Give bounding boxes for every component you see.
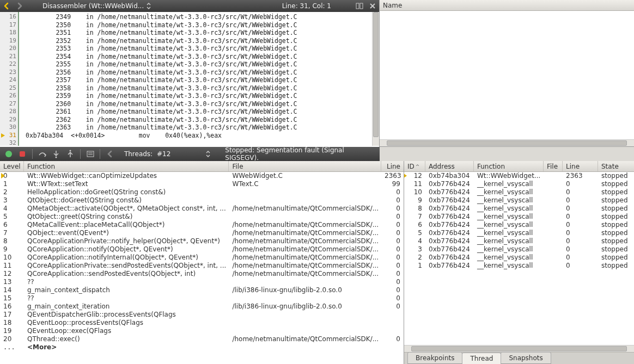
reverse-button[interactable] bbox=[105, 149, 115, 159]
stack-frame-row[interactable]: 12QCoreApplication::sendPostedEvents(QOb… bbox=[0, 270, 404, 278]
stack-frames-pane: Level Function File Line 0Wt::WWebWidget… bbox=[0, 161, 404, 364]
stack-frame-row[interactable]: 15??0 bbox=[0, 294, 404, 303]
thread-row[interactable]: 110xb776b424__kernel_vsyscall0stopped bbox=[404, 180, 634, 188]
frame-level: 10 bbox=[0, 254, 24, 262]
thread-function: __kernel_vsyscall bbox=[474, 254, 544, 262]
stack-frame-row[interactable]: 20QThread::exec()/home/netmanultimate/Qt… bbox=[0, 335, 404, 343]
thread-function: __kernel_vsyscall bbox=[474, 213, 544, 221]
header-function[interactable]: Function bbox=[477, 163, 505, 170]
stop-button[interactable] bbox=[17, 149, 28, 159]
stack-frame-row[interactable]: 2HelloApplication::doGreet(QString const… bbox=[0, 188, 404, 196]
frame-line: 0 bbox=[381, 278, 404, 286]
frame-level: 5 bbox=[0, 213, 24, 221]
thread-address: 0xb776b424 bbox=[425, 229, 474, 237]
frame-file: /lib/i386-linux-gnu/libglib-2.0.so.0 bbox=[229, 303, 381, 311]
header-address[interactable]: Address bbox=[429, 163, 455, 170]
disassembler-title-dropdown[interactable] bbox=[146, 3, 151, 9]
thread-id: 4 bbox=[404, 237, 425, 245]
name-header-label[interactable]: Name bbox=[383, 2, 402, 9]
frame-line: 0 bbox=[381, 294, 404, 303]
bottom-tabs: BreakpointsThreadSnapshots bbox=[404, 352, 634, 364]
step-into-button[interactable] bbox=[51, 149, 62, 159]
header-file[interactable]: File bbox=[232, 163, 243, 170]
vertical-scrollbar[interactable] bbox=[372, 12, 379, 146]
stack-frame-row[interactable]: 4QMetaObject::activate(QObject*, QMetaOb… bbox=[0, 205, 404, 213]
tab-snapshots[interactable]: Snapshots bbox=[501, 352, 551, 364]
line-number: 25 bbox=[0, 84, 16, 92]
horizontal-scrollbar[interactable] bbox=[380, 139, 634, 146]
instruction-mode-button[interactable] bbox=[85, 149, 96, 159]
line-number: 18 bbox=[0, 29, 16, 37]
line-number: 20 bbox=[0, 45, 16, 53]
stack-frame-row[interactable]: 6QMetaCallEvent::placeMetaCall(QObject*)… bbox=[0, 221, 404, 229]
thread-row[interactable]: 50xb776b424__kernel_vsyscall0stopped bbox=[404, 229, 634, 237]
frame-file: /home/netmanultimate/QtCommercialSDK/... bbox=[229, 270, 381, 278]
thread-state: stopped bbox=[598, 262, 634, 270]
nav-back-button[interactable] bbox=[1, 1, 12, 11]
header-file[interactable]: File bbox=[547, 163, 558, 170]
close-pane-button[interactable] bbox=[367, 1, 378, 11]
debug-toolbar: Threads: #12 Stopped: Segmentation fault… bbox=[0, 147, 380, 161]
thread-line: 0 bbox=[563, 245, 598, 254]
stack-frame-row[interactable]: 13??0 bbox=[0, 278, 404, 286]
frame-line: 99 bbox=[381, 180, 404, 188]
svg-point-5 bbox=[70, 150, 71, 152]
stack-frame-row[interactable]: 17QEventDispatcherGlib::processEvents(QF… bbox=[0, 311, 404, 319]
thread-row[interactable]: 10xb776b424__kernel_vsyscall0stopped bbox=[404, 262, 634, 270]
stack-frame-row[interactable]: 11QCoreApplicationPrivate::sendPostedEve… bbox=[0, 262, 404, 270]
stack-frame-row[interactable]: 8QCoreApplicationPrivate::notify_helper(… bbox=[0, 237, 404, 245]
frame-level: 2 bbox=[0, 188, 24, 196]
thread-row[interactable]: 40xb776b424__kernel_vsyscall0stopped bbox=[404, 237, 634, 245]
header-level[interactable]: Level bbox=[3, 163, 21, 170]
thread-row[interactable]: 100xb776b424__kernel_vsyscall0stopped bbox=[404, 188, 634, 196]
thread-row[interactable]: 80xb776b424__kernel_vsyscall0stopped bbox=[404, 205, 634, 213]
stack-frame-row[interactable]: 14g_main_context_dispatch/lib/i386-linux… bbox=[0, 286, 404, 294]
thread-row[interactable]: 120xb74ba304Wt::WWebWidget...2363stopped bbox=[404, 172, 634, 180]
thread-rows: 120xb74ba304Wt::WWebWidget...2363stopped… bbox=[404, 172, 634, 345]
stack-frame-row[interactable]: 10QCoreApplication::notifyInternal(QObje… bbox=[0, 254, 404, 262]
disassembly-code[interactable]: 2349 in /home/netmanultimate/wt-3.3.0-rc… bbox=[19, 12, 372, 146]
thread-row[interactable]: 60xb776b424__kernel_vsyscall0stopped bbox=[404, 221, 634, 229]
horizontal-scrollbar[interactable] bbox=[404, 345, 634, 352]
frame-function: QEventLoop::exec(QFlags/home/netmanultim… bbox=[24, 327, 229, 335]
tab-breakpoints[interactable]: Breakpoints bbox=[407, 352, 462, 364]
split-pane-button[interactable] bbox=[354, 1, 365, 11]
stack-more-row[interactable]: ...<More> bbox=[0, 343, 404, 351]
thread-row[interactable]: 20xb776b424__kernel_vsyscall0stopped bbox=[404, 254, 634, 262]
stack-frame-row[interactable]: 18QEventLoop::processEvents(QFlags/home/… bbox=[0, 319, 404, 327]
frame-line: 0 bbox=[381, 335, 404, 343]
thread-state: stopped bbox=[598, 237, 634, 245]
nav-forward-button[interactable] bbox=[14, 1, 25, 11]
thread-state: stopped bbox=[598, 172, 634, 180]
stack-frame-row[interactable]: 19QEventLoop::exec(QFlags/home/netmanult… bbox=[0, 327, 404, 335]
step-over-button[interactable] bbox=[37, 149, 48, 159]
header-line[interactable]: Line bbox=[387, 163, 400, 170]
header-function[interactable]: Function bbox=[27, 163, 55, 170]
thread-function: __kernel_vsyscall bbox=[474, 205, 544, 213]
frame-line: 0 bbox=[381, 286, 404, 294]
stack-frame-row[interactable]: 16g_main_context_iteration/lib/i386-linu… bbox=[0, 303, 404, 311]
frame-function: QCoreApplication::notifyInternal(QObject… bbox=[24, 254, 229, 262]
tab-thread[interactable]: Thread bbox=[462, 353, 501, 364]
stack-frame-row[interactable]: 7QObject::event(QEvent*)/home/netmanulti… bbox=[0, 229, 404, 237]
stack-frame-row[interactable]: 9QCoreApplication::notify(QObject*, QEve… bbox=[0, 245, 404, 254]
header-line[interactable]: Line bbox=[566, 163, 580, 170]
stack-frame-row[interactable]: 3QtObject::doGreet(QString const&)0 bbox=[0, 196, 404, 205]
stack-frame-row[interactable]: 5QtObject::greet(QString const&)0 bbox=[0, 213, 404, 221]
header-id[interactable]: ID bbox=[407, 163, 414, 170]
frame-level: 20 bbox=[0, 335, 24, 343]
thread-address: 0xb776b424 bbox=[425, 205, 474, 213]
thread-address: 0xb776b424 bbox=[425, 262, 474, 270]
thread-address: 0xb776b424 bbox=[425, 188, 474, 196]
thread-row[interactable]: 90xb776b424__kernel_vsyscall0stopped bbox=[404, 196, 634, 205]
step-out-button[interactable] bbox=[65, 149, 76, 159]
stack-frame-row[interactable]: 1Wt::WText::setTextWText.C99 bbox=[0, 180, 404, 188]
header-state[interactable]: State bbox=[601, 163, 619, 170]
thread-row[interactable]: 70xb776b424__kernel_vsyscall0stopped bbox=[404, 213, 634, 221]
thread-id: 3 bbox=[404, 245, 425, 254]
thread-function: __kernel_vsyscall bbox=[474, 180, 544, 188]
threads-selector[interactable]: Threads: #12 bbox=[124, 150, 211, 158]
thread-row[interactable]: 30xb776b424__kernel_vsyscall0stopped bbox=[404, 245, 634, 254]
stack-frame-row[interactable]: 0Wt::WWebWidget::canOptimizeUpdatesWWebW… bbox=[0, 172, 404, 180]
continue-button[interactable] bbox=[3, 149, 14, 159]
